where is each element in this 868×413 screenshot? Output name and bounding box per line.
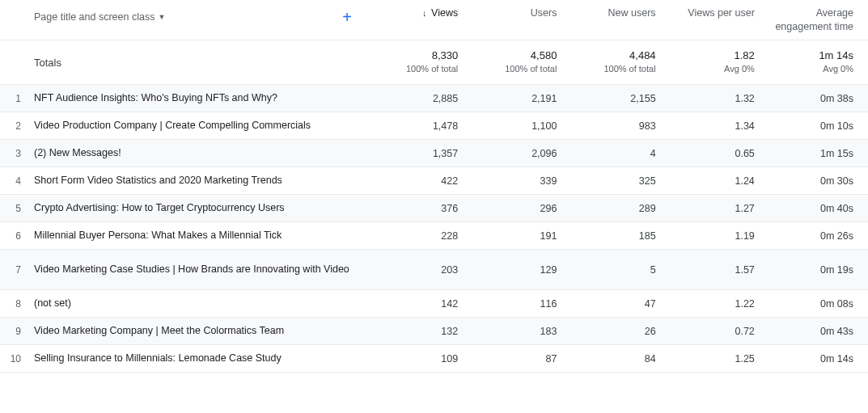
row-metric-3: 1.25 (671, 353, 769, 365)
row-metric-1: 116 (472, 298, 571, 310)
row-page-title[interactable]: Video Marketing Case Studies | How Brand… (26, 263, 374, 276)
row-metric-4: 0m 30s (769, 175, 868, 187)
totals-label: Totals (26, 57, 374, 69)
row-page-title[interactable]: (not set) (26, 297, 374, 310)
totals-subtext: 100% of total (505, 63, 557, 75)
row-metric-1: 183 (472, 326, 571, 337)
row-metric-1: 191 (472, 230, 571, 242)
row-page-title[interactable]: NFT Audience Insights: Who's Buying NFTs… (26, 91, 374, 105)
row-metric-0: 1,478 (374, 120, 472, 132)
row-metric-2: 983 (571, 120, 670, 132)
table-row[interactable]: 3(2) New Messages!1,3572,09640.651m 15s (0, 140, 868, 167)
totals-value: 4,580 (531, 48, 557, 63)
row-metric-4: 0m 40s (769, 203, 868, 214)
row-page-title[interactable]: Selling Insurance to Millennials: Lemona… (26, 352, 374, 365)
row-metric-4: 0m 43s (769, 326, 868, 337)
add-dimension-button[interactable]: + (337, 6, 358, 27)
totals-subtext: 100% of total (406, 63, 458, 75)
totals-metric-4: 1m 14sAvg 0% (769, 48, 868, 76)
metric-header-views[interactable]: ↓ Views (374, 6, 472, 34)
row-metric-4: 0m 26s (769, 230, 868, 242)
row-metric-3: 1.27 (671, 203, 769, 214)
totals-value: 8,330 (432, 48, 459, 63)
row-index: 2 (0, 120, 26, 132)
row-metric-3: 1.22 (671, 298, 769, 310)
totals-subtext: 100% of total (603, 63, 655, 75)
row-page-title[interactable]: (2) New Messages! (26, 146, 374, 160)
dimension-header: Page title and screen class ▼ + (26, 6, 374, 27)
table-row[interactable]: 8(not set)142116471.220m 08s (0, 290, 868, 318)
row-metric-0: 109 (374, 353, 472, 365)
row-page-title[interactable]: Millennial Buyer Persona: What Makes a M… (26, 229, 374, 242)
row-metric-2: 289 (571, 203, 670, 214)
row-metric-1: 129 (472, 264, 571, 276)
row-metric-4: 0m 38s (769, 93, 868, 104)
row-index: 4 (0, 175, 26, 187)
row-metric-3: 1.32 (671, 93, 769, 104)
caret-down-icon: ▼ (158, 13, 165, 21)
totals-metric-0: 8,330100% of total (374, 48, 472, 76)
row-metric-3: 0.65 (671, 148, 769, 159)
row-index: 7 (0, 264, 26, 276)
table-header-row: Page title and screen class ▼ + ↓ ViewsU… (0, 0, 868, 40)
row-metric-2: 26 (571, 326, 670, 337)
row-index: 5 (0, 203, 26, 214)
row-metric-2: 5 (571, 264, 670, 276)
row-index: 9 (0, 326, 26, 337)
row-metric-1: 339 (472, 175, 571, 187)
row-page-title[interactable]: Short Form Video Statistics and 2020 Mar… (26, 174, 374, 188)
row-index: 8 (0, 298, 26, 310)
table-row[interactable]: 5Crypto Advertising: How to Target Crypt… (0, 195, 868, 222)
row-metric-2: 84 (571, 353, 670, 365)
row-metric-2: 47 (571, 298, 670, 310)
row-metric-4: 0m 14s (769, 353, 868, 365)
row-metric-3: 1.34 (671, 120, 769, 132)
table-row[interactable]: 10Selling Insurance to Millennials: Lemo… (0, 345, 868, 373)
table-row[interactable]: 4Short Form Video Statistics and 2020 Ma… (0, 167, 868, 195)
row-metric-0: 132 (374, 326, 472, 337)
row-metric-2: 185 (571, 230, 670, 242)
totals-metric-1: 4,580100% of total (472, 48, 571, 76)
totals-metric-3: 1.82Avg 0% (671, 48, 769, 76)
row-metric-1: 1,100 (472, 120, 571, 132)
row-page-title[interactable]: Crypto Advertising: How to Target Crypto… (26, 201, 374, 215)
totals-value: 1m 14s (819, 48, 853, 63)
analytics-table: Page title and screen class ▼ + ↓ ViewsU… (0, 0, 868, 373)
table-row[interactable]: 9Video Marketing Company | Meet the Colo… (0, 318, 868, 345)
sort-descending-icon: ↓ (422, 8, 427, 18)
row-metric-0: 376 (374, 203, 472, 214)
metric-header-new-users[interactable]: New users (571, 6, 670, 34)
row-index: 6 (0, 230, 26, 242)
row-metric-3: 0.72 (671, 326, 769, 337)
totals-value: 4,484 (629, 48, 656, 63)
row-index: 1 (0, 93, 26, 104)
row-metric-1: 2,191 (472, 93, 571, 104)
row-page-title[interactable]: Video Production Company | Create Compel… (26, 119, 374, 133)
table-row[interactable]: 1NFT Audience Insights: Who's Buying NFT… (0, 85, 868, 112)
dimension-selector[interactable]: Page title and screen class ▼ (34, 11, 165, 23)
row-metric-0: 1,357 (374, 148, 472, 159)
row-page-title[interactable]: Video Marketing Company | Meet the Color… (26, 324, 374, 338)
row-metric-3: 1.57 (671, 264, 769, 276)
row-metric-3: 1.19 (671, 230, 769, 242)
row-metric-4: 0m 19s (769, 264, 868, 276)
row-metric-4: 1m 15s (769, 148, 868, 159)
table-row[interactable]: 6Millennial Buyer Persona: What Makes a … (0, 222, 868, 250)
totals-subtext: Avg 0% (724, 63, 755, 75)
row-metric-4: 0m 10s (769, 120, 868, 132)
metric-header-average-engagement-time[interactable]: Averageengagement time (769, 6, 868, 34)
row-metric-2: 2,155 (571, 93, 670, 104)
totals-value: 1.82 (735, 48, 755, 63)
totals-subtext: Avg 0% (823, 63, 853, 75)
row-index: 3 (0, 148, 26, 159)
row-metric-0: 142 (374, 298, 472, 310)
table-row[interactable]: 2Video Production Company | Create Compe… (0, 112, 868, 140)
totals-row: Totals 8,330100% of total4,580100% of to… (0, 40, 868, 85)
metric-header-users[interactable]: Users (472, 6, 571, 34)
row-metric-0: 2,885 (374, 93, 472, 104)
metric-header-views-per-user[interactable]: Views per user (671, 6, 769, 34)
row-metric-0: 422 (374, 175, 472, 187)
row-metric-0: 203 (374, 264, 472, 276)
row-metric-1: 87 (472, 353, 571, 365)
table-row[interactable]: 7Video Marketing Case Studies | How Bran… (0, 250, 868, 290)
